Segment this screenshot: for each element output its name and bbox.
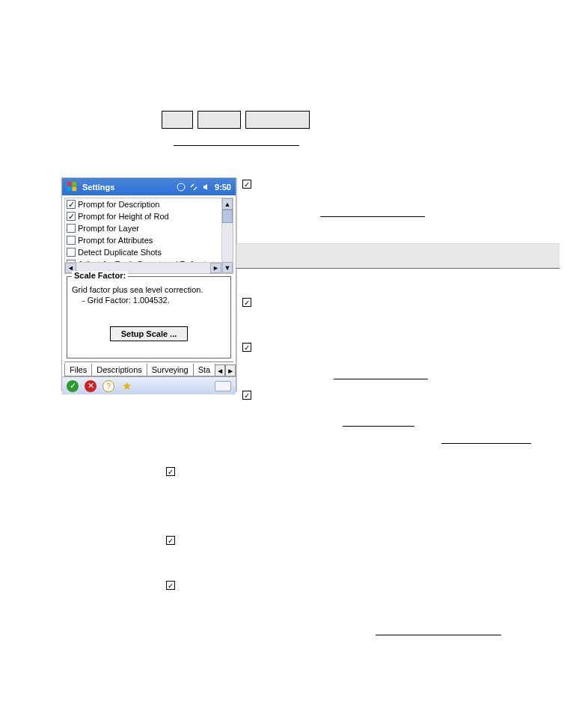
underline-d <box>376 635 501 635</box>
scale-factor-text: Grid factor plus sea level correction. <box>72 284 226 295</box>
list-item-label: Prompt for Layer <box>78 224 139 233</box>
volume-icon <box>202 183 211 192</box>
scroll-right-icon[interactable]: ► <box>210 263 221 273</box>
doc-checkbox-4 <box>242 391 251 400</box>
doc-checkbox-3 <box>242 343 251 352</box>
list-item-label: Detect Duplicate Shots <box>78 248 162 257</box>
checkbox-icon[interactable] <box>67 200 76 209</box>
top-button-row <box>162 111 310 129</box>
underline-a <box>334 379 428 379</box>
scroll-down-icon[interactable]: ▼ <box>222 262 233 273</box>
svg-rect-3 <box>73 187 77 192</box>
checkbox-icon[interactable] <box>67 248 76 257</box>
list-item-label: Prompt for Attributes <box>78 236 153 245</box>
vertical-scrollbar[interactable]: ▲ ▼ <box>221 198 233 273</box>
list-item-label: Prompt for Description <box>78 200 159 209</box>
window-title: Settings <box>82 183 177 192</box>
scale-factor-group: Scale Factor: Grid factor plus sea level… <box>67 276 231 358</box>
doc-checkbox-6 <box>166 536 175 545</box>
bottom-bar: ✓ ✕ ? ★ <box>62 376 236 394</box>
windows-flag-icon <box>67 181 78 192</box>
list-item-label: Prompt for Height of Rod <box>78 212 169 221</box>
tab-files[interactable]: Files <box>64 364 92 376</box>
tab-descriptions[interactable]: Descriptions <box>91 364 147 376</box>
top-button-2[interactable] <box>197 111 241 129</box>
titlebar: Settings 9:50 <box>62 178 236 195</box>
scroll-up-icon[interactable]: ▲ <box>222 198 233 210</box>
checkbox-icon[interactable] <box>67 236 76 245</box>
svg-point-4 <box>177 183 185 191</box>
doc-checkbox-5 <box>166 467 175 476</box>
setup-scale-button[interactable]: Setup Scale ... <box>110 326 189 341</box>
sync-icon <box>177 183 186 192</box>
tab-overflow: ◄ ► <box>215 364 236 376</box>
list-item[interactable]: Prompt for Attributes <box>65 234 221 246</box>
list-item[interactable]: Prompt for Height of Rod <box>65 210 221 222</box>
options-list: Prompt for Description Prompt for Height… <box>64 198 233 274</box>
top-button-1[interactable] <box>162 111 193 129</box>
doc-checkbox-7 <box>166 581 175 590</box>
keyboard-icon[interactable] <box>215 381 231 391</box>
underline-c <box>441 443 531 444</box>
options-list-body: Prompt for Description Prompt for Height… <box>65 198 221 273</box>
svg-rect-2 <box>67 187 72 192</box>
checkbox-icon[interactable] <box>67 224 76 233</box>
checkbox-icon[interactable] <box>67 212 76 221</box>
tab-strip: Files Descriptions Surveying Sta ◄ ► <box>64 361 233 376</box>
tab-scroll-right-icon[interactable]: ► <box>225 364 236 376</box>
page: Settings 9:50 Prompt for Description Pro… <box>0 0 588 714</box>
underline-r1 <box>320 216 425 217</box>
tab-scroll-left-icon[interactable]: ◄ <box>215 364 225 376</box>
svg-rect-1 <box>73 182 77 186</box>
underline-top <box>174 145 299 146</box>
groupbox-legend: Scale Factor: <box>72 271 128 280</box>
list-item[interactable]: Detect Duplicate Shots <box>65 246 221 258</box>
list-item[interactable]: Prompt for Layer <box>65 222 221 234</box>
doc-checkbox-1 <box>242 180 251 189</box>
scroll-track[interactable] <box>222 223 233 262</box>
tab-surveying[interactable]: Surveying <box>147 364 194 376</box>
tab-stake[interactable]: Sta <box>193 364 216 376</box>
grey-band <box>236 243 560 269</box>
underline-b <box>343 426 414 427</box>
ok-icon[interactable]: ✓ <box>67 380 79 392</box>
scroll-thumb[interactable] <box>222 210 233 223</box>
grid-factor-value: - Grid Factor: 1.004532. <box>72 295 226 305</box>
svg-rect-0 <box>67 182 72 186</box>
clock-text: 9:50 <box>215 183 231 192</box>
cancel-icon[interactable]: ✕ <box>85 380 97 392</box>
system-tray: 9:50 <box>177 183 231 192</box>
list-item[interactable]: Prompt for Description <box>65 198 221 210</box>
doc-checkbox-2 <box>242 298 251 307</box>
favorite-icon[interactable]: ★ <box>120 380 132 392</box>
help-icon[interactable]: ? <box>102 380 114 392</box>
top-button-3[interactable] <box>245 111 310 129</box>
connectivity-icon <box>189 183 198 192</box>
settings-window: Settings 9:50 Prompt for Description Pro… <box>61 177 236 391</box>
setup-scale-wrap: Setup Scale ... <box>72 326 226 341</box>
